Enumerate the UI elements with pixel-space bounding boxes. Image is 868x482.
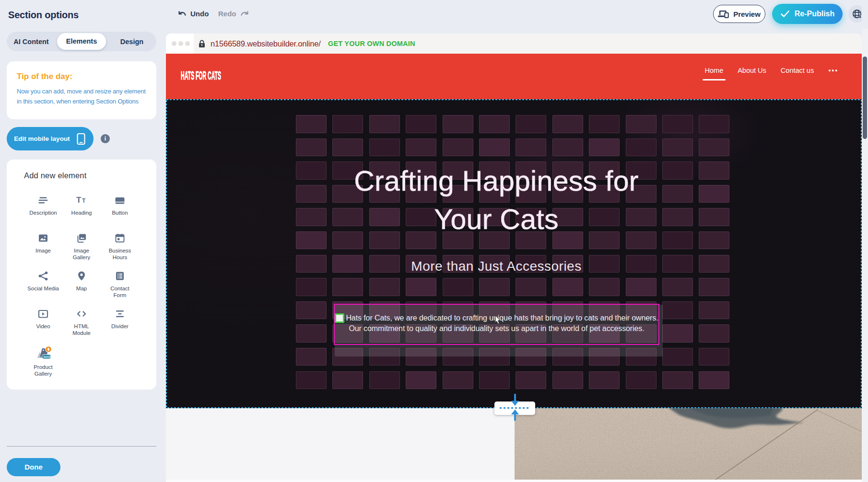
svg-text:SHOP: SHOP (43, 356, 51, 358)
svg-text:T: T (82, 197, 86, 204)
svg-text:T: T (76, 195, 82, 205)
